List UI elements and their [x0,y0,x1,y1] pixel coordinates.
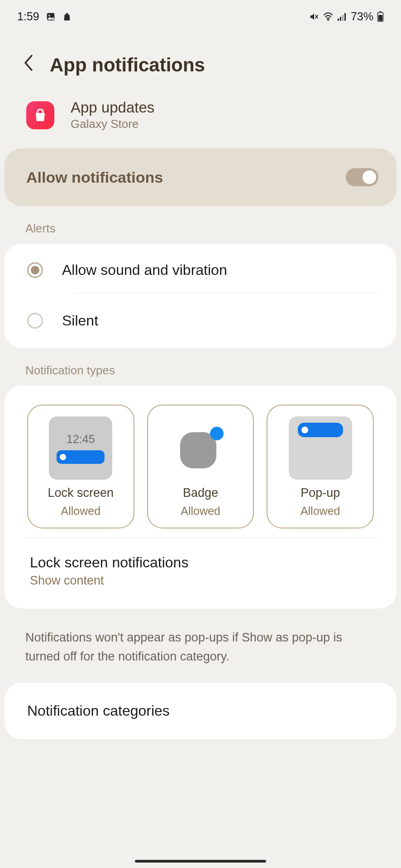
allow-notifications-toggle[interactable] [346,168,378,186]
type-lock-name: Lock screen [48,486,114,500]
notification-categories-row[interactable]: Notification categories [5,683,396,739]
lock-screen-notifications-row[interactable]: Lock screen notifications Show content [11,538,390,590]
page-title: App notifications [50,54,205,76]
types-card: 12:45 Lock screen Allowed Badge Allowed [5,386,396,609]
status-time: 1:59 [17,10,39,23]
allow-notifications-label: Allow notifications [26,169,163,186]
mute-icon [309,12,319,22]
type-popup[interactable]: Pop-up Allowed [267,405,374,528]
back-button[interactable] [23,54,34,76]
radio-unselected-icon [27,313,43,329]
lock-screen-preview-icon: 12:45 [49,416,112,480]
wifi-icon [323,12,334,21]
popup-info-text: Notifications won't appear as pop-ups if… [0,609,401,683]
page-header: App notifications [0,32,401,90]
signal-icon [337,12,347,21]
type-lock-status: Allowed [61,505,101,518]
svg-rect-5 [338,19,339,21]
svg-point-4 [327,19,329,21]
svg-point-1 [48,14,50,16]
app-info: App updates Galaxy Store [0,90,401,148]
categories-title: Notification categories [27,703,170,719]
bag-icon [62,12,72,22]
battery-text: 73% [351,10,373,23]
status-left: 1:59 [17,10,72,23]
status-bar: 1:59 73% [0,0,401,32]
svg-rect-11 [378,15,382,21]
type-badge-status: Allowed [181,505,220,518]
lock-screen-notif-title: Lock screen notifications [30,554,371,571]
allow-notifications-row[interactable]: Allow notifications [5,148,396,206]
svg-rect-8 [344,13,346,21]
battery-icon [377,11,384,22]
alerts-card: Allow sound and vibration Silent [5,244,396,348]
svg-rect-6 [340,17,341,21]
type-popup-status: Allowed [301,505,340,518]
app-name: App updates [71,99,154,116]
types-section-label: Notification types [0,348,401,386]
type-badge[interactable]: Badge Allowed [147,405,254,528]
alert-silent-label: Silent [62,312,98,329]
gesture-bar[interactable] [135,860,266,863]
type-popup-name: Pop-up [301,486,340,500]
alert-option-silent[interactable]: Silent [5,293,396,348]
badge-preview-icon [180,428,221,468]
app-icon [26,101,54,129]
alert-option-sound[interactable]: Allow sound and vibration [5,244,396,293]
lock-screen-notif-subtitle: Show content [30,574,371,588]
type-lock-screen[interactable]: 12:45 Lock screen Allowed [27,405,134,528]
alert-sound-label: Allow sound and vibration [62,262,227,278]
popup-preview-icon [289,416,352,480]
app-subtitle: Galaxy Store [71,117,154,131]
lock-preview-time: 12:45 [67,433,95,446]
svg-rect-7 [342,15,344,21]
radio-selected-icon [27,262,43,278]
image-icon [46,12,56,22]
status-right: 73% [309,10,384,23]
type-badge-name: Badge [183,486,218,500]
alerts-section-label: Alerts [0,206,401,244]
